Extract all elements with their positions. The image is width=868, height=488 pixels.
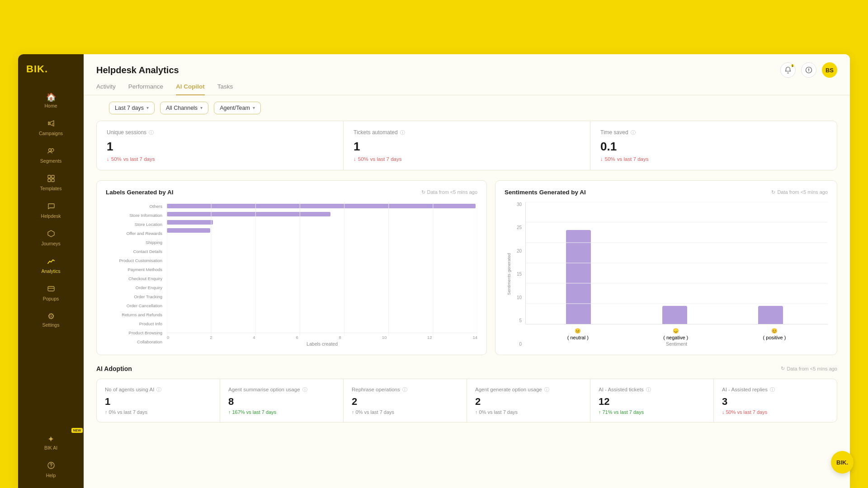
helpdesk-icon bbox=[47, 202, 55, 211]
avatar[interactable]: BS bbox=[822, 62, 837, 78]
bar-row bbox=[167, 268, 476, 274]
sidebar-item-templates[interactable]: Templates bbox=[18, 169, 84, 197]
labels-chart-body: Others Store Information Store Location … bbox=[106, 202, 477, 347]
sidebar-item-popups[interactable]: Popups bbox=[18, 279, 84, 307]
up-arrow-icon: ↑ bbox=[599, 409, 601, 415]
sidebar-item-label: BIK AI bbox=[44, 445, 57, 450]
info-icon[interactable]: ⓘ bbox=[544, 386, 549, 393]
agent-team-filter[interactable]: Agent/Team ▾ bbox=[214, 102, 261, 114]
sidebar-item-journeys[interactable]: Journeys bbox=[18, 224, 84, 252]
sidebar-item-label: Popups bbox=[43, 296, 59, 301]
tab-ai-copilot[interactable]: AI Copilot bbox=[176, 83, 205, 95]
tab-performance[interactable]: Performance bbox=[128, 83, 163, 95]
alert-button[interactable] bbox=[801, 62, 816, 78]
bar-fill bbox=[566, 230, 591, 324]
sidebar-item-label: Templates bbox=[40, 186, 62, 191]
channels-filter[interactable]: All Channels ▾ bbox=[160, 102, 208, 114]
section-title: AI Adoption bbox=[96, 365, 132, 372]
adoption-label: AI - Assisted replies ⓘ bbox=[722, 386, 829, 393]
info-icon[interactable]: ⓘ bbox=[302, 386, 307, 393]
sidebar-item-campaigns[interactable]: Campaigns bbox=[18, 114, 84, 141]
sentiment-bar-positive bbox=[758, 306, 783, 324]
adoption-change: ↑ 0% vs last 7 days bbox=[105, 409, 212, 415]
adoption-label: Agent summarise option usage ⓘ bbox=[228, 386, 335, 393]
outer-wrapper: BIK. 🏠 Home Campaigns bbox=[0, 0, 868, 488]
bik-fab[interactable]: BIK. bbox=[831, 451, 854, 474]
header: Helpdesk Analytics 1 bbox=[84, 54, 850, 78]
bar-row bbox=[167, 260, 476, 266]
date-range-label: Last 7 days bbox=[115, 105, 144, 111]
adoption-value: 1 bbox=[105, 396, 212, 408]
sidebar-item-bik-ai[interactable]: NEW ✦ BIK AI bbox=[18, 430, 84, 456]
sidebar: BIK. 🏠 Home Campaigns bbox=[18, 54, 84, 488]
stat-value: 1 bbox=[354, 140, 580, 154]
notifications-button[interactable]: 1 bbox=[780, 62, 796, 78]
sidebar-item-label: Helpdesk bbox=[41, 213, 61, 219]
channels-label: All Channels bbox=[166, 105, 198, 111]
chart-meta: ↻ Data from <5 mins ago bbox=[781, 366, 837, 371]
sentiment-bar-negative bbox=[662, 306, 687, 324]
tab-tasks[interactable]: Tasks bbox=[217, 83, 233, 95]
bar-row bbox=[167, 285, 476, 290]
bar-fill bbox=[167, 228, 210, 233]
adoption-value: 3 bbox=[722, 396, 829, 408]
sidebar-item-helpdesk[interactable]: Helpdesk bbox=[18, 197, 84, 224]
y-axis-label: Sentiments generated bbox=[506, 253, 511, 295]
journeys-icon bbox=[47, 230, 55, 239]
tab-activity[interactable]: Activity bbox=[96, 83, 116, 95]
stat-label: Tickets automated ⓘ bbox=[354, 129, 580, 136]
down-arrow-icon: ↓ bbox=[600, 156, 603, 162]
refresh-icon: ↻ bbox=[421, 189, 425, 195]
bar-row bbox=[167, 325, 476, 331]
sidebar-item-label: Help bbox=[46, 473, 56, 478]
chevron-down-icon: ▾ bbox=[253, 105, 255, 110]
chart-title: Labels Generated by AI bbox=[106, 189, 174, 196]
fab-label: BIK. bbox=[836, 459, 848, 466]
bar-row bbox=[167, 277, 476, 282]
date-range-filter[interactable]: Last 7 days ▾ bbox=[109, 102, 155, 114]
adoption-value: 2 bbox=[352, 396, 458, 408]
bar-row bbox=[167, 317, 476, 323]
sentiment-bar-neutral bbox=[566, 230, 591, 324]
refresh-icon: ↻ bbox=[781, 366, 785, 371]
bar-rows bbox=[167, 202, 477, 333]
bar-row bbox=[167, 244, 476, 249]
stat-label: Unique sessions ⓘ bbox=[107, 129, 333, 136]
down-arrow-icon: ↓ bbox=[107, 156, 109, 162]
bar-fill bbox=[758, 306, 783, 324]
down-arrow-icon: ↓ bbox=[354, 156, 356, 162]
chart-title: Sentiments Generated by AI bbox=[505, 189, 586, 196]
sidebar-bottom: NEW ✦ BIK AI Help bbox=[18, 430, 84, 483]
info-icon[interactable]: ⓘ bbox=[400, 129, 405, 136]
info-icon[interactable]: ⓘ bbox=[631, 129, 636, 136]
stat-change: ↓ 50% vs last 7 days bbox=[107, 156, 333, 162]
bar-row bbox=[167, 293, 476, 298]
bar-fill bbox=[662, 306, 687, 324]
filters-row: Last 7 days ▾ All Channels ▾ Agent/Team … bbox=[96, 95, 837, 121]
sidebar-item-analytics[interactable]: Analytics bbox=[18, 252, 84, 279]
svg-marker-6 bbox=[48, 230, 54, 237]
y-axis-numbers: 30 25 20 15 10 5 0 bbox=[514, 202, 525, 347]
info-icon[interactable]: ⓘ bbox=[770, 386, 775, 393]
stats-row: Unique sessions ⓘ 1 ↓ 50% vs last 7 days… bbox=[96, 121, 837, 170]
info-icon[interactable]: ⓘ bbox=[156, 386, 161, 393]
popups-icon bbox=[47, 285, 55, 294]
sidebar-item-home[interactable]: 🏠 Home bbox=[18, 88, 84, 114]
sidebar-item-segments[interactable]: Segments bbox=[18, 141, 84, 169]
bik-ai-icon: ✦ bbox=[47, 435, 54, 443]
logo-text: BIK. bbox=[26, 63, 48, 75]
sidebar-item-label: Segments bbox=[40, 158, 61, 164]
stat-label: Time saved ⓘ bbox=[600, 129, 827, 136]
sentiment-bars-wrapper: 😐 ( neutral ) 😞 ( negative ) 😊 bbox=[525, 202, 828, 347]
info-icon[interactable]: ⓘ bbox=[402, 386, 407, 393]
info-icon[interactable]: ⓘ bbox=[149, 129, 154, 136]
campaigns-icon bbox=[47, 119, 55, 129]
sidebar-item-label: Campaigns bbox=[39, 131, 63, 136]
info-icon[interactable]: ⓘ bbox=[646, 386, 651, 393]
adoption-change: ↑ 0% vs last 7 days bbox=[475, 409, 582, 415]
sidebar-item-settings[interactable]: ⚙ Settings bbox=[18, 307, 84, 333]
chart-header: Sentiments Generated by AI ↻ Data from <… bbox=[505, 189, 828, 196]
x-axis-label: Labels created bbox=[167, 340, 477, 347]
down-arrow-icon: ↓ bbox=[722, 409, 725, 415]
sidebar-item-help[interactable]: Help bbox=[18, 456, 84, 483]
